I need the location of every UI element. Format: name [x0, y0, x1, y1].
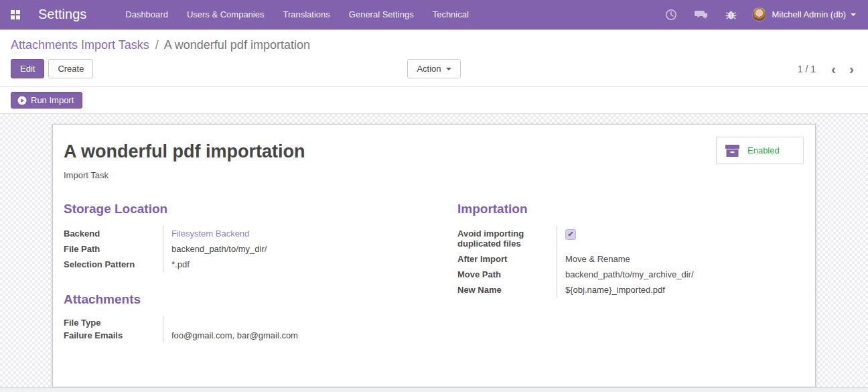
debug-bug-icon[interactable] — [717, 0, 745, 29]
field-row-new-name: New Name ${obj.name}_imported.pdf — [457, 282, 804, 298]
action-dropdown-button[interactable]: Action — [407, 59, 460, 78]
apps-grid-icon[interactable] — [11, 10, 20, 19]
avatar — [752, 7, 766, 21]
pager: 1 / 1 ‹ › — [461, 64, 857, 74]
file-type-value — [163, 316, 411, 329]
app-title[interactable]: Settings — [38, 7, 86, 22]
action-dropdown-label: Action — [417, 63, 441, 74]
archive-box-icon — [724, 143, 741, 159]
messages-icon[interactable] — [686, 0, 717, 29]
backend-value-link[interactable]: Filesystem Backend — [163, 226, 411, 241]
form-statusbar: Run Import — [0, 87, 868, 114]
menu-item-dashboard[interactable]: Dashboard — [116, 0, 177, 29]
field-row-failure-emails: Failure Emails foo@gmail.com, bar@gmail.… — [64, 329, 411, 342]
chevron-down-icon — [851, 13, 856, 16]
breadcrumb-parent-link[interactable]: Attachments Import Tasks — [11, 38, 149, 52]
main-menu: Dashboard Users & Companies Translations… — [116, 0, 478, 29]
selection-pattern-value: *.pdf — [163, 257, 411, 272]
breadcrumb: Attachments Import Tasks / A wonderful p… — [11, 36, 857, 54]
backend-label: Backend — [64, 226, 163, 241]
field-row-file-path: File Path backend_path/to/my_dir/ — [64, 241, 411, 257]
field-row-avoid-duplicates: Avoid importing duplicated files ✔ — [457, 226, 804, 251]
menu-item-users-companies[interactable]: Users & Companies — [177, 0, 274, 29]
file-path-value: backend_path/to/my_dir/ — [163, 241, 411, 257]
new-name-value: ${obj.name}_imported.pdf — [557, 282, 804, 298]
selection-pattern-label: Selection Pattern — [64, 257, 163, 272]
attachments-title: Attachments — [64, 292, 411, 307]
user-name: Mitchell Admin (db) — [772, 9, 846, 19]
file-path-label: File Path — [64, 241, 163, 257]
pager-value: 1 / 1 — [798, 64, 816, 74]
failure-emails-label: Failure Emails — [64, 329, 163, 342]
activities-clock-icon[interactable] — [656, 0, 686, 29]
attachments-group: Attachments File Type Failure Emails foo… — [64, 292, 411, 342]
chevron-down-icon — [446, 68, 451, 70]
move-path-value: backend_path/to/my_archive_dir/ — [557, 267, 804, 282]
bottom-strip — [0, 387, 868, 392]
after-import-label: After Import — [457, 251, 557, 267]
avoid-duplicates-checkbox[interactable]: ✔ — [565, 229, 576, 240]
pager-next-icon[interactable]: › — [846, 64, 857, 74]
storage-location-title: Storage Location — [64, 202, 411, 216]
enabled-stat-label: Enabled — [747, 145, 780, 155]
run-import-button[interactable]: Run Import — [11, 92, 82, 109]
create-button[interactable]: Create — [48, 59, 93, 78]
menu-item-translations[interactable]: Translations — [273, 0, 339, 29]
form-sheet: Enabled A wonderful pdf importation Impo… — [52, 124, 816, 387]
menu-item-technical[interactable]: Technical — [423, 0, 478, 29]
avoid-duplicates-label: Avoid importing duplicated files — [457, 226, 557, 251]
run-import-label: Run Import — [31, 95, 74, 105]
field-row-move-path: Move Path backend_path/to/my_archive_dir… — [457, 267, 804, 282]
after-import-value: Move & Rename — [557, 251, 804, 267]
field-row-after-import: After Import Move & Rename — [457, 251, 804, 267]
play-circle-icon — [17, 96, 27, 105]
field-row-selection-pattern: Selection Pattern *.pdf — [64, 257, 411, 272]
record-title: A wonderful pdf importation — [64, 141, 804, 162]
record-subtitle: Import Task — [64, 170, 804, 180]
importation-group: Importation Avoid importing duplicated f… — [457, 202, 804, 342]
field-row-file-type: File Type — [64, 316, 411, 329]
enabled-stat-button[interactable]: Enabled — [716, 137, 804, 164]
navbar-right: Mitchell Admin (db) — [656, 0, 857, 29]
storage-location-group: Storage Location Backend Filesystem Back… — [64, 202, 411, 342]
user-menu[interactable]: Mitchell Admin (db) — [745, 7, 857, 21]
control-panel: Attachments Import Tasks / A wonderful p… — [0, 29, 868, 87]
pager-previous-icon[interactable]: ‹ — [828, 64, 839, 74]
new-name-label: New Name — [457, 282, 557, 298]
move-path-label: Move Path — [457, 267, 557, 282]
top-navbar: Settings Dashboard Users & Companies Tra… — [0, 0, 868, 29]
form-view-background: Enabled A wonderful pdf importation Impo… — [0, 114, 868, 387]
file-type-label: File Type — [64, 316, 163, 329]
menu-item-general-settings[interactable]: General Settings — [340, 0, 423, 29]
edit-button[interactable]: Edit — [11, 59, 44, 78]
breadcrumb-current: A wonderful pdf importation — [164, 38, 310, 52]
failure-emails-value: foo@gmail.com, bar@gmail.com — [163, 329, 411, 342]
field-row-backend: Backend Filesystem Backend — [64, 226, 411, 241]
breadcrumb-separator: / — [153, 38, 161, 52]
importation-title: Importation — [457, 202, 804, 216]
control-panel-buttons: Edit Create Action 1 / 1 ‹ › — [11, 59, 857, 86]
